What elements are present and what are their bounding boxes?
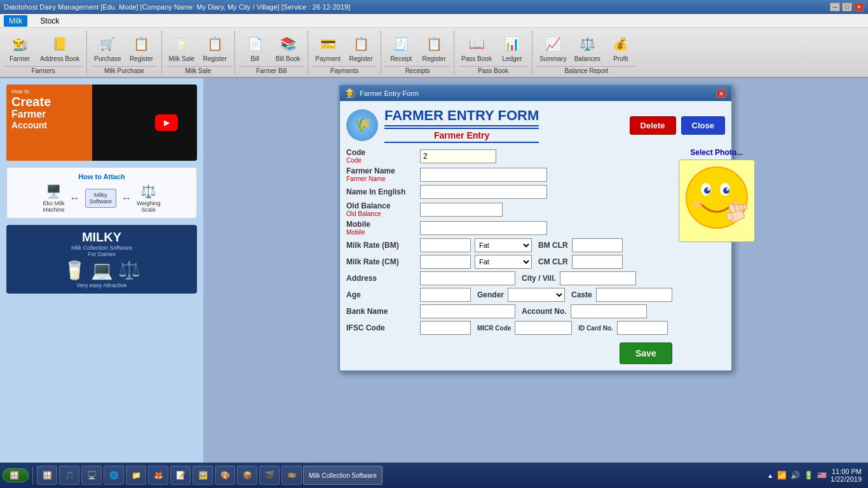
address-label-group: Address — [346, 274, 416, 283]
taskbar-icon-5[interactable]: 📁 — [126, 466, 146, 484]
toolbar-balances-button[interactable]: ⚖️ Balances — [571, 30, 604, 65]
toolbar-payment-label: Payment — [315, 55, 340, 63]
code-label-group: Code Code — [346, 148, 416, 164]
toolbar-bill-button[interactable]: 📄 Bill — [239, 30, 271, 65]
toolbar-ledger-button[interactable]: 📊 Ledger — [496, 30, 528, 65]
section-title-purchase: Milk Purchase — [91, 66, 157, 74]
caste-input[interactable] — [596, 288, 672, 302]
address-label: Address — [346, 274, 416, 283]
taskbar-icon-10[interactable]: 📦 — [237, 466, 257, 484]
account-label: Account — [11, 120, 51, 130]
farmer-name-input[interactable] — [420, 168, 547, 182]
toolbar-purchase-register-label: Register — [130, 55, 153, 63]
toolbar-payment-button[interactable]: 💳 Payment — [312, 30, 344, 65]
toolbar-summary-button[interactable]: 📈 Summary — [536, 30, 570, 65]
address-input[interactable] — [420, 271, 515, 285]
svg-point-6 — [726, 188, 729, 191]
select-photo-label[interactable]: Select Photo... — [690, 148, 743, 157]
toolbar-profit-button[interactable]: 💰 Profit — [605, 30, 637, 65]
mobile-input[interactable] — [420, 221, 547, 235]
taskbar-icon-7[interactable]: 📝 — [170, 466, 191, 484]
tray-icon-4: 🇺🇸 — [817, 471, 827, 480]
id-card-input[interactable] — [617, 321, 668, 335]
dialog-x-button[interactable]: ✕ — [716, 89, 726, 98]
milksale-icon: 🥛 — [170, 32, 193, 55]
menu-stock[interactable]: Stock — [35, 15, 64, 27]
bm-clr-input[interactable] — [572, 238, 623, 252]
toolbar-billbook-button[interactable]: 📚 Bill Book — [272, 30, 304, 65]
toolbar-purchase-button[interactable]: 🛒 Purchase — [91, 30, 124, 65]
taskbar-icon-8[interactable]: 🖼️ — [193, 466, 213, 484]
delete-button[interactable]: Delete — [630, 116, 676, 135]
dialog-header: 🌾 FARMER ENTRY FORM Farmer Entry Delete … — [346, 107, 725, 143]
taskbar-pinned-icons: 🪟 🎵 🖥️ 🌐 📁 🦊 📝 🖼️ 🎨 📦 🎬 🎞️ — [37, 466, 302, 484]
cm-clr-input[interactable] — [572, 255, 623, 269]
window-controls: ─ □ ✕ — [830, 3, 864, 11]
taskbar-icon-11[interactable]: 🎬 — [259, 466, 280, 484]
toolbar: 👨‍🌾 Farmer 📒 Address Book Farmers 🛒 Purc… — [0, 28, 868, 78]
milk-rate-cm-row: Milk Rate (CM) Fat SNF CLR CM CLR — [346, 255, 672, 269]
minimize-button[interactable]: ─ — [830, 3, 840, 11]
ifsc-row: IFSC Code MICR Code ID Card No. — [346, 321, 672, 335]
taskbar-icon-1[interactable]: 🪟 — [37, 466, 57, 484]
bank-name-input[interactable] — [420, 304, 515, 318]
account-no-input[interactable] — [571, 304, 647, 318]
toolbar-payment-register-button[interactable]: 📋 Register — [345, 30, 377, 65]
main-content: How to Create Farmer Account ▶ How to At… — [0, 78, 868, 470]
tutorial-thumbnail[interactable]: How to Create Farmer Account ▶ — [6, 85, 197, 161]
code-label: Code — [346, 148, 416, 157]
toolbar-receipt-button[interactable]: 🧾 Receipt — [385, 30, 417, 65]
toolbar-purchase-register-button[interactable]: 📋 Register — [126, 30, 158, 65]
taskbar-app-item[interactable]: Milk Collection Software — [303, 466, 383, 484]
menu-milk[interactable]: Milk — [4, 15, 27, 27]
old-balance-input[interactable] — [420, 203, 503, 217]
tutorial-card: How to Create Farmer Account ▶ — [6, 85, 197, 161]
maximize-button[interactable]: □ — [842, 3, 852, 11]
close-dialog-button[interactable]: Close — [681, 116, 725, 135]
attach-title: How to Attach — [78, 173, 125, 180]
close-button[interactable]: ✕ — [854, 3, 864, 11]
name-english-input[interactable] — [420, 185, 547, 199]
code-input[interactable] — [420, 149, 496, 163]
toolbar-sale-register-button[interactable]: 📋 Register — [199, 30, 231, 65]
farmer-name-sublabel: Farmer Name — [346, 175, 416, 182]
age-input[interactable] — [420, 288, 471, 302]
old-balance-label-group: Old Balance Old Balance — [346, 201, 416, 217]
photo-area: Select Photo... — [679, 148, 755, 364]
toolbar-farmer-button[interactable]: 👨‍🌾 Farmer — [4, 30, 36, 65]
tray-date-value: 1/22/2019 — [831, 475, 862, 483]
bill-icon: 📄 — [243, 32, 266, 55]
micr-input[interactable] — [515, 321, 572, 335]
dialog-overlay: 🧑‍🌾 Farmer Entry Form ✕ 🌾 FARMER ENTRY F… — [203, 78, 868, 470]
bank-row: Bank Name Account No. — [346, 304, 672, 318]
gender-select[interactable]: Male Female — [508, 288, 565, 302]
farmer-entry-dialog: 🧑‍🌾 Farmer Entry Form ✕ 🌾 FARMER ENTRY F… — [339, 85, 733, 372]
bm-fat-select[interactable]: Fat SNF CLR — [475, 238, 532, 252]
toolbar-receipt-register-button[interactable]: 📋 Register — [418, 30, 450, 65]
taskbar-icon-4[interactable]: 🌐 — [104, 466, 124, 484]
toolbar-milksale-button[interactable]: 🥛 Milk Sale — [166, 30, 198, 65]
cm-fat-select[interactable]: Fat SNF CLR — [475, 255, 532, 269]
micr-label: MICR Code — [477, 325, 511, 332]
toolbar-section-sale: 🥛 Milk Sale 📋 Register Milk Sale — [166, 30, 236, 74]
taskbar-icon-3[interactable]: 🖥️ — [81, 466, 102, 484]
milk-rate-bm-input[interactable] — [420, 238, 471, 252]
form-content: Code Code Farmer Name Farmer Name — [346, 148, 725, 364]
start-button[interactable]: 🪟 — [3, 468, 29, 482]
save-button[interactable]: Save — [620, 342, 672, 364]
milk-rate-cm-input[interactable] — [420, 255, 471, 269]
taskbar-icon-9[interactable]: 🎨 — [215, 466, 235, 484]
taskbar-icon-2[interactable]: 🎵 — [59, 466, 79, 484]
addressbook-icon: 📒 — [48, 32, 71, 55]
toolbar-addressbook-button[interactable]: 📒 Address Book — [37, 30, 83, 65]
city-input[interactable] — [560, 271, 636, 285]
toolbar-passbook-button[interactable]: 📖 Pass Book — [458, 30, 495, 65]
age-gender-row: Age Gender Male Female Caste — [346, 288, 672, 302]
ifsc-input[interactable] — [420, 321, 471, 335]
taskbar-icon-6[interactable]: 🦊 — [148, 466, 168, 484]
photo-placeholder[interactable] — [679, 159, 755, 242]
toolbar-section-payments: 💳 Payment 📋 Register Payments — [312, 30, 381, 74]
youtube-play-button[interactable]: ▶ — [155, 114, 178, 131]
taskbar-icon-12[interactable]: 🎞️ — [281, 466, 302, 484]
summary-icon: 📈 — [541, 32, 564, 55]
